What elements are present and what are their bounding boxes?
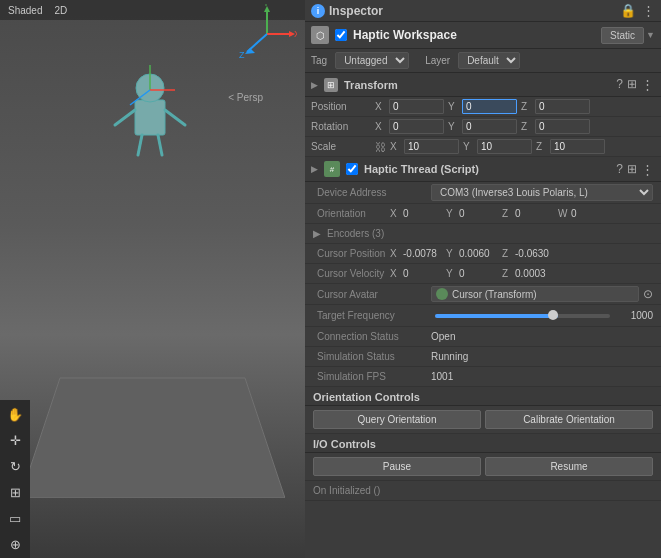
static-dropdown-arrow[interactable]: ▼ <box>646 30 655 40</box>
scale-z-input[interactable] <box>550 139 605 154</box>
scale-x-label: X <box>390 141 400 152</box>
orient-y-val: 0 <box>459 208 499 219</box>
cursor-avatar-ref[interactable]: Cursor (Transform) <box>431 286 639 302</box>
simulation-fps-row: Simulation FPS 1001 <box>305 367 661 387</box>
orient-z-label: Z <box>502 208 512 219</box>
inspector-title-text: Inspector <box>329 4 383 18</box>
inspector-header: i Inspector 🔒 ⋮ <box>305 0 661 22</box>
position-x-input[interactable] <box>389 99 444 114</box>
axis-widget: Y X Z <box>237 4 297 64</box>
device-address-label: Device Address <box>317 187 427 198</box>
lock-icon[interactable]: 🔒 <box>620 3 636 18</box>
rect-tool[interactable]: ▭ <box>3 506 27 530</box>
svg-marker-9 <box>20 378 285 498</box>
ground-plane <box>20 378 285 498</box>
rotation-z-input[interactable] <box>535 119 590 134</box>
scale-xyz: ⛓ X Y Z <box>375 139 655 154</box>
position-z-input[interactable] <box>535 99 590 114</box>
haptic-actions: ? ⊞ ⋮ <box>616 162 655 177</box>
orient-y-label: Y <box>446 208 456 219</box>
shaded-menu[interactable]: Shaded <box>4 4 46 17</box>
orientation-label: Orientation <box>317 208 387 219</box>
encoders-row[interactable]: ▶ Encoders (3) <box>305 224 661 244</box>
cur-pos-x-val: -0.0078 <box>403 248 443 259</box>
position-y-label: Y <box>448 101 458 112</box>
layer-select[interactable]: Default <box>458 52 520 69</box>
object-header: ⬡ Haptic Workspace Static ▼ <box>305 22 661 49</box>
scene-view: Shaded 2D < Persp Y X Z <box>0 0 305 558</box>
position-xyz: X Y Z <box>375 99 655 114</box>
orient-w-label: W <box>558 208 568 219</box>
calibrate-orientation-button[interactable]: Calibrate Orientation <box>485 410 653 429</box>
tag-layer-row: Tag Untagged Layer Default <box>305 49 661 73</box>
transform-more-icon[interactable]: ⋮ <box>641 77 655 92</box>
svg-text:Y: Y <box>263 4 269 8</box>
inspector-title-group: i Inspector <box>311 4 383 18</box>
orient-z-val: 0 <box>515 208 555 219</box>
on-initialized-row: On Initialized () <box>305 481 661 501</box>
move-tool[interactable]: ✛ <box>3 428 27 452</box>
connection-status-row: Connection Status Open <box>305 327 661 347</box>
cursor-velocity-label: Cursor Velocity <box>317 268 387 279</box>
scale-x-input[interactable] <box>404 139 459 154</box>
cursor-avatar-row: Cursor Avatar Cursor (Transform) ⊙ <box>305 284 661 305</box>
haptic-settings-icon[interactable]: ⊞ <box>627 162 637 177</box>
hand-tool[interactable]: ✋ <box>3 402 27 426</box>
device-address-row: Device Address COM3 (Inverse3 Louis Pola… <box>305 182 661 204</box>
cur-pos-z-label: Z <box>502 248 512 259</box>
rotation-x-input[interactable] <box>389 119 444 134</box>
tool-bar: ✋ ✛ ↻ ⊞ ▭ ⊕ <box>0 400 30 558</box>
cursor-avatar-pick-icon[interactable]: ⊙ <box>643 287 653 301</box>
orientation-controls-buttons: Query Orientation Calibrate Orientation <box>305 406 661 434</box>
scale-label: Scale <box>311 141 371 152</box>
rotation-y-input[interactable] <box>462 119 517 134</box>
simulation-fps-value: 1001 <box>431 371 453 382</box>
connection-status-label: Connection Status <box>317 331 427 342</box>
haptic-active-checkbox[interactable] <box>346 163 358 175</box>
cur-vel-x-val: 0 <box>403 268 443 279</box>
query-orientation-button[interactable]: Query Orientation <box>313 410 481 429</box>
scale-y-input[interactable] <box>477 139 532 154</box>
more-icon[interactable]: ⋮ <box>642 3 655 18</box>
resume-button[interactable]: Resume <box>485 457 653 476</box>
persp-label: < Persp <box>228 92 263 103</box>
multi-tool[interactable]: ⊕ <box>3 532 27 556</box>
svg-rect-10 <box>135 100 165 135</box>
haptic-help-icon[interactable]: ? <box>616 162 623 177</box>
rotate-tool[interactable]: ↻ <box>3 454 27 478</box>
scale-tool[interactable]: ⊞ <box>3 480 27 504</box>
freq-slider-fill <box>435 314 558 318</box>
orientation-xyzw: X 0 Y 0 Z 0 W 0 <box>390 208 611 219</box>
viewport: Shaded 2D < Persp Y X Z <box>0 0 305 558</box>
position-row: Position X Y Z <box>305 97 661 117</box>
cursor-position-row: Cursor Position X -0.0078 Y 0.0060 Z -0.… <box>305 244 661 264</box>
haptic-thread-header[interactable]: ▶ # Haptic Thread (Script) ? ⊞ ⋮ <box>305 157 661 182</box>
svg-line-15 <box>158 135 162 155</box>
tag-select[interactable]: Untagged <box>335 52 409 69</box>
svg-marker-5 <box>245 48 255 54</box>
target-frequency-slider[interactable] <box>435 314 610 318</box>
2d-menu[interactable]: 2D <box>50 4 71 17</box>
position-y-input[interactable] <box>462 99 517 114</box>
cur-vel-z-label: Z <box>502 268 512 279</box>
target-frequency-label: Target Frequency <box>317 310 427 321</box>
svg-line-13 <box>165 110 185 125</box>
transform-help-icon[interactable]: ? <box>616 77 623 92</box>
transform-settings-icon[interactable]: ⊞ <box>627 77 637 92</box>
connection-status-value: Open <box>431 331 455 342</box>
scene-object <box>110 60 190 162</box>
cur-vel-z-val: 0.0003 <box>515 268 555 279</box>
haptic-more-icon[interactable]: ⋮ <box>641 162 655 177</box>
simulation-status-row: Simulation Status Running <box>305 347 661 367</box>
scale-link-icon: ⛓ <box>375 141 386 153</box>
cur-pos-y-label: Y <box>446 248 456 259</box>
rotation-z-label: Z <box>521 121 531 132</box>
pause-button[interactable]: Pause <box>313 457 481 476</box>
device-address-select[interactable]: COM3 (Inverse3 Louis Polaris, L) <box>431 184 653 201</box>
transform-icon: ⊞ <box>324 78 338 92</box>
object-active-checkbox[interactable] <box>335 29 347 41</box>
transform-header[interactable]: ▶ ⊞ Transform ? ⊞ ⋮ <box>305 73 661 97</box>
cursor-velocity-xyz: X 0 Y 0 Z 0.0003 <box>390 268 555 279</box>
haptic-thread-title: Haptic Thread (Script) <box>364 163 610 175</box>
orient-x-label: X <box>390 208 400 219</box>
